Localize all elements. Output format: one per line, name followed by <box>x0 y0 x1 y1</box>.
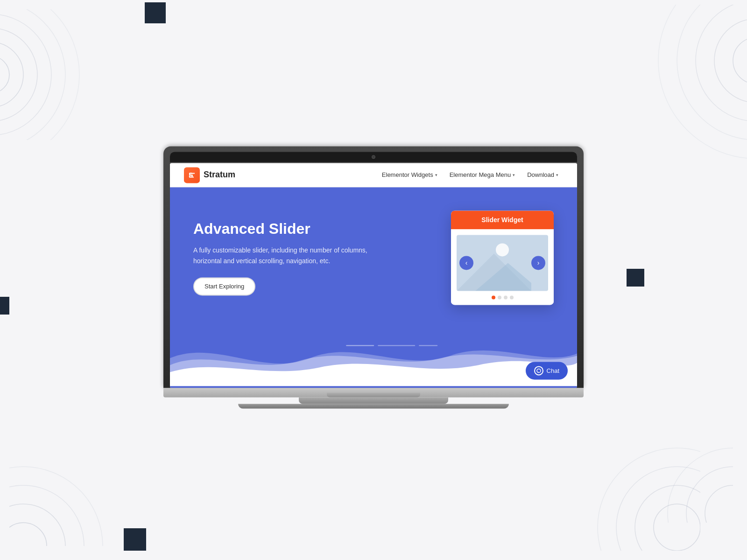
decoration-square-bottom <box>124 528 146 551</box>
slider-widget-body: ‹ › <box>451 229 554 305</box>
svg-point-3 <box>0 14 51 135</box>
slider-dot-3[interactable] <box>504 295 507 299</box>
screen-content: S Stratum Elementor Widgets ▾ Eleme <box>170 163 577 388</box>
slide-indicator-line-1 <box>346 345 374 346</box>
laptop-foot <box>238 404 509 408</box>
navbar: S Stratum Elementor Widgets ▾ Eleme <box>170 163 577 187</box>
slider-image-area: ‹ › <box>457 235 548 291</box>
chat-button[interactable]: Chat <box>526 362 568 379</box>
decoration-square-top <box>145 2 166 23</box>
svg-point-17 <box>9 485 84 546</box>
svg-point-5 <box>0 9 79 140</box>
svg-point-4 <box>0 9 65 140</box>
decoration-square-right <box>627 269 644 287</box>
chat-icon <box>534 366 543 375</box>
laptop-bezel: S Stratum Elementor Widgets ▾ Eleme <box>170 163 577 388</box>
svg-point-6 <box>733 37 747 84</box>
nav-link-download[interactable]: Download ▾ <box>522 169 563 181</box>
circles-left <box>0 9 93 140</box>
chevron-down-icon-3: ▾ <box>556 173 558 177</box>
svg-point-0 <box>0 56 9 93</box>
nav-links: Elementor Widgets ▾ Elementor Mega Menu … <box>377 169 563 181</box>
chevron-down-icon-2: ▾ <box>513 173 515 177</box>
nav-link-mega-menu[interactable]: Elementor Mega Menu ▾ <box>445 169 520 181</box>
svg-point-25 <box>537 369 541 372</box>
slider-next-button[interactable]: › <box>531 256 545 270</box>
svg-text:S: S <box>189 171 193 179</box>
nav-link-elementor-widgets[interactable]: Elementor Widgets ▾ <box>377 169 442 181</box>
start-exploring-button[interactable]: Start Exploring <box>193 277 255 295</box>
wave-decoration <box>170 330 577 388</box>
svg-point-7 <box>714 19 747 103</box>
svg-point-10 <box>658 5 747 159</box>
laptop-base <box>163 388 584 397</box>
logo-text: Stratum <box>204 170 235 180</box>
slide-indicator-line-3 <box>419 345 437 346</box>
svg-point-2 <box>0 28 37 121</box>
svg-point-20 <box>686 467 733 523</box>
circles-right-top <box>621 5 747 168</box>
slider-widget-card: Slider Widget <box>451 210 554 305</box>
laptop-camera-bar <box>170 152 577 162</box>
slider-dot-2[interactable] <box>498 295 501 299</box>
hero-text: Advanced Slider A fully customizable sli… <box>193 220 389 295</box>
logo-icon: S <box>184 167 200 183</box>
svg-point-16 <box>9 504 65 546</box>
slider-dots <box>457 295 548 299</box>
slider-dot-1[interactable] <box>492 295 495 299</box>
svg-point-1 <box>0 42 23 107</box>
svg-point-21 <box>668 448 733 523</box>
svg-point-19 <box>705 485 733 523</box>
chevron-down-icon: ▾ <box>435 173 437 177</box>
slider-prev-button[interactable]: ‹ <box>459 256 473 270</box>
hero-description: A fully customizable slider, including t… <box>193 245 389 266</box>
chat-label: Chat <box>547 367 559 374</box>
slider-widget-header: Slider Widget <box>451 210 554 229</box>
svg-point-15 <box>9 523 47 546</box>
hero-section: Advanced Slider A fully customizable sli… <box>170 187 577 388</box>
circles-bottom-left <box>9 443 112 546</box>
hero-title: Advanced Slider <box>193 220 389 238</box>
svg-point-18 <box>9 467 103 546</box>
laptop-camera <box>372 155 375 159</box>
slider-dot-4[interactable] <box>510 295 514 299</box>
laptop-screen-outer: S Stratum Elementor Widgets ▾ Eleme <box>163 146 584 388</box>
laptop-hinge <box>327 392 420 397</box>
laptop: S Stratum Elementor Widgets ▾ Eleme <box>163 146 584 408</box>
decoration-square-left <box>0 297 9 315</box>
hero-content: Advanced Slider A fully customizable sli… <box>170 187 577 305</box>
laptop-container: S Stratum Elementor Widgets ▾ Eleme <box>163 146 584 408</box>
nav-logo: S Stratum <box>184 167 235 183</box>
circles-right-bottom <box>640 429 733 523</box>
slide-indicator-line-2 <box>378 345 415 346</box>
laptop-stand <box>299 397 448 404</box>
